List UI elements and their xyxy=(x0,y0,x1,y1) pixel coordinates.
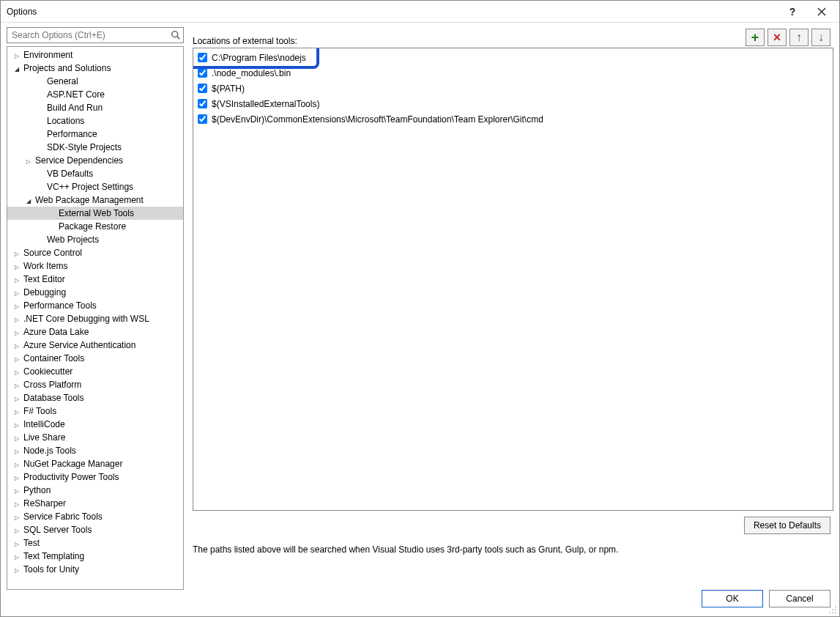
tree-item[interactable]: Node.js Tools xyxy=(7,444,183,457)
chevron-right-icon[interactable] xyxy=(12,341,22,350)
tree-item[interactable]: Web Package Management xyxy=(7,193,183,207)
tree-item[interactable]: Locations xyxy=(7,114,183,128)
chevron-right-icon[interactable] xyxy=(12,513,22,521)
tree-item[interactable]: Productivity Power Tools xyxy=(7,470,183,484)
path-row[interactable]: $(DevEnvDir)\CommonExtensions\Microsoft\… xyxy=(196,111,830,127)
chevron-right-icon[interactable] xyxy=(12,368,22,376)
tree-item[interactable]: Debugging xyxy=(7,286,183,299)
chevron-right-icon[interactable] xyxy=(12,421,22,429)
chevron-right-icon[interactable] xyxy=(12,289,22,297)
tree-item[interactable]: ASP.NET Core xyxy=(7,88,183,101)
tree-item[interactable]: Package Restore xyxy=(7,220,183,233)
chevron-right-icon[interactable] xyxy=(12,500,22,508)
tree-item-label: NuGet Package Manager xyxy=(22,459,122,469)
tree-item[interactable]: VB Defaults xyxy=(7,167,183,180)
tree-item[interactable]: Test xyxy=(7,536,183,550)
close-button[interactable] xyxy=(807,1,836,22)
remove-path-button[interactable]: × xyxy=(767,29,787,46)
tree-item[interactable]: Cross Platform xyxy=(7,378,183,391)
chevron-right-icon[interactable] xyxy=(12,566,22,574)
path-checkbox[interactable] xyxy=(198,99,207,108)
path-row[interactable]: .\node_modules\.bin xyxy=(196,65,830,81)
move-down-button[interactable]: ↓ xyxy=(811,29,830,46)
tree-item[interactable]: Service Dependencies xyxy=(7,154,183,167)
tree-item[interactable]: VC++ Project Settings xyxy=(7,180,183,193)
tree-item[interactable]: ReSharper xyxy=(7,497,183,510)
paths-listbox[interactable]: C:\Program Files\nodejs.\node_modules\.b… xyxy=(193,48,833,511)
chevron-right-icon[interactable] xyxy=(12,487,22,495)
chevron-right-icon[interactable] xyxy=(12,434,22,442)
chevron-right-icon[interactable] xyxy=(12,355,22,363)
tree-item[interactable]: Performance xyxy=(7,128,183,141)
chevron-right-icon[interactable] xyxy=(12,526,22,534)
tree-item[interactable]: Work Items xyxy=(7,259,183,273)
tree-item[interactable]: SQL Server Tools xyxy=(7,523,183,536)
tree-item[interactable]: SDK-Style Projects xyxy=(7,141,183,154)
ok-button[interactable]: OK xyxy=(702,590,763,607)
chevron-right-icon[interactable] xyxy=(12,381,22,389)
tree-item[interactable]: Azure Data Lake xyxy=(7,325,183,339)
chevron-right-icon[interactable] xyxy=(12,553,22,561)
cancel-button[interactable]: Cancel xyxy=(769,590,830,607)
tree-item-label: Text Templating xyxy=(22,551,84,561)
chevron-right-icon[interactable] xyxy=(12,276,22,284)
tree-item[interactable]: General xyxy=(7,75,183,88)
tree-item[interactable]: Live Share xyxy=(7,431,183,444)
add-path-button[interactable]: + xyxy=(746,29,765,46)
move-up-button[interactable]: ↑ xyxy=(789,29,809,46)
resize-grip[interactable] xyxy=(829,606,838,615)
chevron-right-icon[interactable] xyxy=(12,51,22,59)
tree-item-label: Package Restore xyxy=(57,221,126,232)
tree-item[interactable]: External Web Tools xyxy=(7,207,183,220)
chevron-right-icon[interactable] xyxy=(23,157,34,165)
chevron-down-icon[interactable] xyxy=(23,196,34,204)
search-input[interactable] xyxy=(7,27,184,43)
reset-defaults-button[interactable]: Reset to Defaults xyxy=(744,517,830,534)
chevron-right-icon[interactable] xyxy=(12,394,22,402)
tree-item[interactable]: NuGet Package Manager xyxy=(7,457,183,470)
path-checkbox[interactable] xyxy=(198,53,207,62)
tree-item-label: IntelliCode xyxy=(22,419,65,429)
help-button[interactable]: ? xyxy=(778,1,807,22)
chevron-down-icon[interactable] xyxy=(12,64,22,73)
tree-item[interactable]: IntelliCode xyxy=(7,418,183,431)
tree-item[interactable]: Text Templating xyxy=(7,550,183,563)
tree-item[interactable]: Performance Tools xyxy=(7,299,183,312)
chevron-right-icon[interactable] xyxy=(12,315,22,323)
path-row[interactable]: $(PATH) xyxy=(196,81,830,96)
options-tree[interactable]: EnvironmentProjects and SolutionsGeneral… xyxy=(7,46,184,590)
chevron-right-icon[interactable] xyxy=(12,460,22,468)
chevron-right-icon[interactable] xyxy=(12,262,22,270)
chevron-right-icon[interactable] xyxy=(12,328,22,336)
path-row[interactable]: C:\Program Files\nodejs xyxy=(196,50,830,65)
tree-item[interactable]: Python xyxy=(7,484,183,497)
path-text: $(VSInstalledExternalTools) xyxy=(212,99,319,109)
path-text: C:\Program Files\nodejs xyxy=(212,53,306,63)
path-checkbox[interactable] xyxy=(198,68,207,78)
chevron-right-icon[interactable] xyxy=(12,539,22,547)
path-row[interactable]: $(VSInstalledExternalTools) xyxy=(196,96,830,111)
tree-item[interactable]: F# Tools xyxy=(7,404,183,418)
chevron-right-icon[interactable] xyxy=(12,407,22,415)
tree-item[interactable]: Service Fabric Tools xyxy=(7,510,183,523)
tree-item[interactable]: Container Tools xyxy=(7,352,183,365)
chevron-right-icon[interactable] xyxy=(12,447,22,455)
chevron-right-icon[interactable] xyxy=(12,249,22,257)
tree-item-label: Container Tools xyxy=(22,353,84,363)
tree-item[interactable]: Web Projects xyxy=(7,233,183,246)
tree-item-label: ReSharper xyxy=(22,498,66,509)
path-checkbox[interactable] xyxy=(198,84,207,93)
tree-item[interactable]: Source Control xyxy=(7,246,183,259)
chevron-right-icon[interactable] xyxy=(12,302,22,310)
tree-item[interactable]: Text Editor xyxy=(7,273,183,286)
tree-item[interactable]: Azure Service Authentication xyxy=(7,339,183,352)
tree-item[interactable]: Tools for Unity xyxy=(7,563,183,576)
tree-item[interactable]: Cookiecutter xyxy=(7,365,183,378)
tree-item[interactable]: Environment xyxy=(7,48,183,62)
tree-item[interactable]: Projects and Solutions xyxy=(7,62,183,75)
chevron-right-icon[interactable] xyxy=(12,473,22,481)
tree-item[interactable]: .NET Core Debugging with WSL xyxy=(7,312,183,325)
tree-item[interactable]: Build And Run xyxy=(7,101,183,114)
path-checkbox[interactable] xyxy=(198,114,207,124)
tree-item[interactable]: Database Tools xyxy=(7,391,183,404)
